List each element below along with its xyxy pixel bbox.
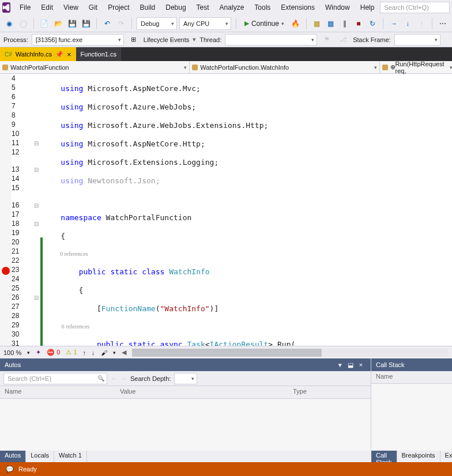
menu-tools[interactable]: Tools xyxy=(250,2,275,13)
search-next-icon[interactable]: → xyxy=(120,375,127,382)
tab-exceptions[interactable]: Exce xyxy=(440,451,452,462)
menu-bar: File Edit View Git Project Build Debug T… xyxy=(0,0,452,15)
search-back-icon[interactable]: ← xyxy=(111,375,117,382)
restart-button[interactable]: ↻ xyxy=(367,17,378,30)
fold-gutter[interactable]: ⊟⊟⊟⊟⊟ xyxy=(32,74,40,346)
thread-dropdown[interactable] xyxy=(225,34,317,46)
code-nav-bar: WatchPortalFunction WatchPortalFunction.… xyxy=(0,61,452,74)
breakpoint-icon[interactable] xyxy=(2,267,10,275)
back-button[interactable]: ◉ xyxy=(3,17,15,30)
more-button[interactable]: ⋯ xyxy=(437,17,449,30)
horizontal-scrollbar[interactable] xyxy=(132,349,449,357)
menu-help[interactable]: Help xyxy=(356,2,379,13)
diag-button[interactable]: ▦ xyxy=(311,17,323,30)
menu-file[interactable]: File xyxy=(15,2,35,13)
undo-button[interactable]: ↶ xyxy=(101,17,113,30)
col-name[interactable]: Name xyxy=(371,371,452,383)
brush-icon[interactable]: 🖌 xyxy=(101,349,107,356)
close-icon[interactable]: × xyxy=(356,361,366,368)
debug-process-bar: Process: [31356] func.exe ⊞ Lifecycle Ev… xyxy=(0,32,452,47)
step-into-button[interactable]: → xyxy=(388,17,400,30)
nav-up-icon[interactable]: ↑ xyxy=(83,349,86,356)
breakpoint-gutter[interactable] xyxy=(0,74,12,346)
pin-icon[interactable]: 📌 xyxy=(55,51,63,58)
tab-label: WatchInfo.cs xyxy=(16,51,52,58)
col-name[interactable]: Name xyxy=(0,386,115,398)
lifecycle-icon[interactable]: ⊞ xyxy=(127,33,140,46)
process-dropdown[interactable]: [31356] func.exe xyxy=(32,34,124,46)
autos-title: Autos xyxy=(5,361,21,368)
search-depth-dropdown[interactable] xyxy=(174,373,197,384)
flag-icon[interactable]: ⚑ xyxy=(321,33,333,46)
callstack-columns: Name xyxy=(371,371,452,384)
menu-git[interactable]: Git xyxy=(84,2,102,13)
menu-build[interactable]: Build xyxy=(135,2,160,13)
menu-view[interactable]: View xyxy=(59,2,83,13)
code-content[interactable]: using Microsoft.AspNetCore.Mvc; using Mi… xyxy=(43,74,452,346)
callstack-title: Call Stack xyxy=(376,361,405,368)
redo-button[interactable]: ↷ xyxy=(115,17,127,30)
menu-debug[interactable]: Debug xyxy=(161,2,190,13)
new-file-button[interactable]: 📄 xyxy=(39,17,50,30)
intellicode-icon[interactable]: ✦ xyxy=(36,349,41,356)
scope-dropdown[interactable]: WatchPortalFunction xyxy=(0,61,190,73)
nav-down-icon[interactable]: ↓ xyxy=(92,349,95,356)
menu-analyze[interactable]: Analyze xyxy=(215,2,249,13)
main-toolbar: ◉ ◯ 📄 📂 💾 💾 ↶ ↷ Debug Any CPU ▶ Continue… xyxy=(0,15,452,32)
close-icon[interactable]: × xyxy=(67,50,71,59)
open-button[interactable]: 📂 xyxy=(52,17,64,30)
warning-count[interactable]: ⚠ 1 xyxy=(66,349,77,356)
continue-button[interactable]: ▶ Continue ▾ xyxy=(241,17,288,30)
tab-breakpoints[interactable]: Breakpoints xyxy=(397,451,440,462)
hot-reload-button[interactable]: 🔥 xyxy=(290,17,302,30)
stackframe-dropdown[interactable] xyxy=(394,34,440,46)
menu-edit[interactable]: Edit xyxy=(36,2,58,13)
menu-extensions[interactable]: Extensions xyxy=(276,2,319,13)
autos-toolbar: Search (Ctrl+E) ← → Search Depth: xyxy=(0,371,371,386)
panel-dropdown-icon[interactable]: ▾ xyxy=(335,361,345,369)
code-editor[interactable]: 456789101112 131415 16171819202122232425… xyxy=(0,74,452,346)
error-count[interactable]: ⛔ 0 xyxy=(47,349,60,356)
diag2-button[interactable]: ▦ xyxy=(325,17,337,30)
step-out-button[interactable]: ↑ xyxy=(416,17,427,30)
continue-label: Continue xyxy=(251,20,279,28)
save-button[interactable]: 💾 xyxy=(66,17,78,30)
tab-function1[interactable]: Function1.cs xyxy=(76,47,121,61)
member-dropdown[interactable]: ⊕ Run(HttpRequest req, xyxy=(380,61,452,73)
autos-columns: Name Value Type xyxy=(0,386,371,399)
autos-panel: Autos ▾ ⬓ × Search (Ctrl+E) ← → Search D… xyxy=(0,358,371,451)
status-text: Ready xyxy=(18,466,37,473)
tab-watch1[interactable]: Watch 1 xyxy=(54,451,87,462)
callstack-panel: Call Stack Name xyxy=(371,358,452,451)
stop-button[interactable]: ■ xyxy=(353,17,364,30)
thread-label: Thread: xyxy=(199,36,221,43)
callstack-body[interactable] xyxy=(371,384,452,451)
zoom-level[interactable]: 100 % xyxy=(3,349,21,356)
autos-body[interactable] xyxy=(0,399,371,451)
branch-icon[interactable]: ⎇ xyxy=(337,33,349,46)
tab-locals[interactable]: Locals xyxy=(26,451,54,462)
feedback-icon[interactable]: 💬 xyxy=(6,466,14,473)
tab-autos[interactable]: Autos xyxy=(0,451,26,462)
col-type[interactable]: Type xyxy=(288,386,371,398)
step-over-button[interactable]: ↓ xyxy=(402,17,413,30)
menu-project[interactable]: Project xyxy=(103,2,134,13)
save-all-button[interactable]: 💾 xyxy=(80,17,92,30)
autos-search-input[interactable]: Search (Ctrl+E) xyxy=(3,373,107,384)
forward-button[interactable]: ◯ xyxy=(17,17,29,30)
platform-dropdown[interactable]: Any CPU xyxy=(179,17,231,30)
autos-title-bar: Autos ▾ ⬓ × xyxy=(0,358,371,371)
pin-icon[interactable]: ⬓ xyxy=(345,361,356,369)
bottom-panel-tabs: Autos Locals Watch 1 Call Stack Breakpoi… xyxy=(0,451,452,462)
config-dropdown[interactable]: Debug xyxy=(137,17,177,30)
tab-callstack[interactable]: Call Stack xyxy=(371,451,397,462)
editor-status-strip: 100 %▾ ✦ ⛔ 0 ⚠ 1 ↑ ↓ 🖌▾ ◀ xyxy=(0,346,452,358)
col-value[interactable]: Value xyxy=(115,386,288,398)
tab-watchinfo[interactable]: C# WatchInfo.cs 📌 × xyxy=(0,47,76,61)
menu-test[interactable]: Test xyxy=(192,2,214,13)
menu-window[interactable]: Window xyxy=(321,2,355,13)
vs-logo xyxy=(2,2,10,13)
global-search-input[interactable]: Search (Ctrl+Q) xyxy=(380,2,450,13)
type-dropdown[interactable]: WatchPortalFunction.WatchInfo xyxy=(190,61,379,73)
break-all-button[interactable]: ∥ xyxy=(339,17,351,30)
